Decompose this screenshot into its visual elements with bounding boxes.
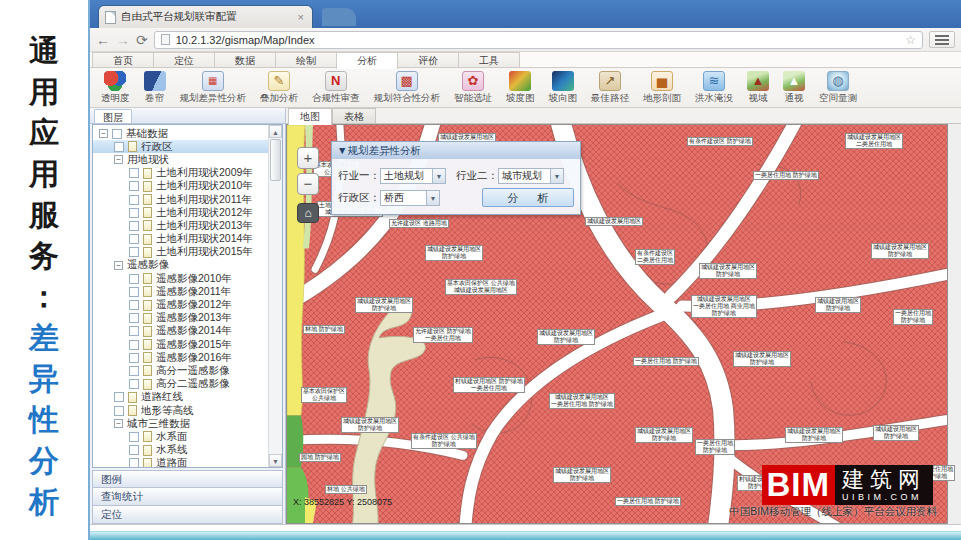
accordion-定位[interactable]: 定位 xyxy=(92,506,283,524)
layer-checkbox[interactable] xyxy=(129,313,139,323)
back-icon[interactable]: ← xyxy=(96,33,110,47)
ribbon-item-overlay-analysis[interactable]: ✎叠加分析 xyxy=(253,69,305,107)
scroll-up-icon[interactable]: ▲ xyxy=(269,125,282,138)
analyze-button[interactable]: 分 析 xyxy=(482,188,574,207)
tree-item[interactable]: 遥感影像2012年 xyxy=(93,298,268,311)
industry1-select[interactable]: 土地规划 ▼ xyxy=(380,168,446,184)
zoom-in-button[interactable]: + xyxy=(297,147,319,169)
tree-item[interactable]: 地形等高线 xyxy=(93,404,268,417)
accordion-查询统计[interactable]: 查询统计 xyxy=(92,488,283,506)
layer-checkbox[interactable] xyxy=(129,287,139,297)
expander-icon[interactable]: − xyxy=(114,419,123,428)
expander-icon[interactable]: − xyxy=(99,129,108,138)
layer-checkbox[interactable] xyxy=(114,392,124,402)
menu-tab-绘制[interactable]: 绘制 xyxy=(275,52,337,67)
layer-checkbox[interactable] xyxy=(129,195,139,205)
zoom-out-button[interactable]: − xyxy=(297,173,319,195)
tree-scrollbar[interactable]: ▲ ▼ xyxy=(268,125,282,467)
layer-checkbox[interactable] xyxy=(129,379,139,389)
layer-checkbox[interactable] xyxy=(129,326,139,336)
layer-checkbox[interactable] xyxy=(129,432,139,442)
ribbon-item-conformity-analysis[interactable]: ▩规划符合性分析 xyxy=(367,69,448,107)
ribbon-item-compliance-check[interactable]: N合规性审查 xyxy=(305,69,367,107)
tree-item[interactable]: 道路面 xyxy=(93,457,268,468)
new-tab-button[interactable] xyxy=(322,8,356,26)
layer-checkbox[interactable] xyxy=(129,458,139,468)
chevron-down-icon[interactable]: ▼ xyxy=(426,191,439,205)
menu-tab-评价[interactable]: 评价 xyxy=(397,52,459,67)
url-text[interactable]: 10.2.1.32/gismap/Map/Index xyxy=(176,34,900,46)
tree-item[interactable]: 高分二遥感影像 xyxy=(93,378,268,391)
layer-checkbox[interactable] xyxy=(129,274,139,284)
expander-icon[interactable]: − xyxy=(114,155,123,164)
home-extent-button[interactable]: ⌂ xyxy=(297,203,319,223)
ribbon-item-line-of-sight[interactable]: ▲通视 xyxy=(776,69,812,107)
ribbon-item-viewshed[interactable]: ▲视域 xyxy=(740,69,776,107)
ribbon-item-aspect-map[interactable]: 坡向图 xyxy=(542,69,585,107)
ribbon-item-flood-simulation[interactable]: ≋洪水淹没 xyxy=(688,69,740,107)
layer-checkbox[interactable] xyxy=(129,247,139,257)
ribbon-item-slope-map[interactable]: 坡度图 xyxy=(499,69,542,107)
ribbon-item-site-selection[interactable]: ✿智能选址 xyxy=(447,69,499,107)
ribbon-item-swipe[interactable]: 卷帘 xyxy=(137,69,173,107)
layer-checkbox[interactable] xyxy=(129,221,139,231)
tree-item[interactable]: 遥感影像2016年 xyxy=(93,351,268,364)
tree-item[interactable]: 土地利用现状2009年 xyxy=(93,167,268,180)
tree-item[interactable]: 水系面 xyxy=(93,430,268,443)
ribbon-item-terrain-profile[interactable]: ▅地形剖面 xyxy=(636,69,688,107)
scroll-down-icon[interactable]: ▼ xyxy=(269,454,282,467)
ribbon-item-spatial-measure[interactable]: ◍空间量测 xyxy=(812,69,864,107)
tree-item[interactable]: 土地利用现状2014年 xyxy=(93,233,268,246)
layer-checkbox[interactable] xyxy=(129,208,139,218)
expander-icon[interactable]: − xyxy=(114,261,123,270)
browser-tab[interactable]: 自由式平台规划联审配置 × xyxy=(98,5,313,28)
menu-tab-首页[interactable]: 首页 xyxy=(92,52,154,67)
layers-tab[interactable]: 图层 xyxy=(94,109,132,123)
ribbon-item-diff-analysis[interactable]: ▦规划差异性分析 xyxy=(173,69,254,107)
layer-checkbox[interactable] xyxy=(114,142,124,152)
district-select[interactable]: 桥西 ▼ xyxy=(380,190,440,206)
browser-menu-icon[interactable] xyxy=(929,31,955,48)
tree-item[interactable]: 遥感影像2011年 xyxy=(93,285,268,298)
industry2-select[interactable]: 城市规划 ▼ xyxy=(498,168,564,184)
tree-item[interactable]: 土地利用现状2010年 xyxy=(93,180,268,193)
scroll-thumb[interactable] xyxy=(270,139,281,181)
tree-item[interactable]: 遥感影像2010年 xyxy=(93,272,268,285)
tree-item[interactable]: 道路红线 xyxy=(93,391,268,404)
tree-item[interactable]: −基础数据 xyxy=(93,127,268,140)
dialog-title[interactable]: ▼规划差异性分析 xyxy=(332,142,580,159)
tree-item[interactable]: 遥感影像2015年 xyxy=(93,338,268,351)
menu-tab-定位[interactable]: 定位 xyxy=(153,52,215,67)
layer-checkbox[interactable] xyxy=(114,406,124,416)
tree-item[interactable]: 土地利用现状2011年 xyxy=(93,193,268,206)
forward-icon[interactable]: → xyxy=(116,33,130,47)
map-canvas[interactable]: + − ⌂ ▼规划差异性分析 行业一： 土地规划 ▼ xyxy=(286,124,948,524)
tree-item[interactable]: 行政区 xyxy=(93,140,268,153)
layer-checkbox[interactable] xyxy=(112,129,122,139)
accordion-图例[interactable]: 图例 xyxy=(92,470,283,488)
layer-checkbox[interactable] xyxy=(129,340,139,350)
tree-item[interactable]: 遥感影像2013年 xyxy=(93,312,268,325)
layer-checkbox[interactable] xyxy=(129,366,139,376)
tree-item[interactable]: −城市三维数据 xyxy=(93,417,268,430)
ribbon-item-transparency[interactable]: 透明度 xyxy=(94,69,137,107)
layer-checkbox[interactable] xyxy=(129,181,139,191)
layer-checkbox[interactable] xyxy=(129,234,139,244)
address-bar[interactable]: 10.2.1.32/gismap/Map/Index ☆ xyxy=(154,31,923,49)
layer-checkbox[interactable] xyxy=(129,445,139,455)
ribbon-item-best-path[interactable]: ↗最佳路径 xyxy=(584,69,636,107)
bookmark-star-icon[interactable]: ☆ xyxy=(905,33,916,47)
layer-checkbox[interactable] xyxy=(129,300,139,310)
menu-tab-分析[interactable]: 分析 xyxy=(336,52,398,69)
layer-checkbox[interactable] xyxy=(129,168,139,178)
reload-icon[interactable]: ⟳ xyxy=(136,33,148,47)
tree-item[interactable]: 水系线 xyxy=(93,444,268,457)
tree-item[interactable]: −遥感影像 xyxy=(93,259,268,272)
tab-map[interactable]: 地图 xyxy=(288,108,332,125)
tree-item[interactable]: 土地利用现状2015年 xyxy=(93,246,268,259)
tree-item[interactable]: 土地利用现状2012年 xyxy=(93,206,268,219)
tree-item[interactable]: 高分一遥感影像 xyxy=(93,364,268,377)
tree-item[interactable]: 遥感影像2014年 xyxy=(93,325,268,338)
menu-tab-数据[interactable]: 数据 xyxy=(214,52,276,67)
tree-item[interactable]: −用地现状 xyxy=(93,153,268,166)
